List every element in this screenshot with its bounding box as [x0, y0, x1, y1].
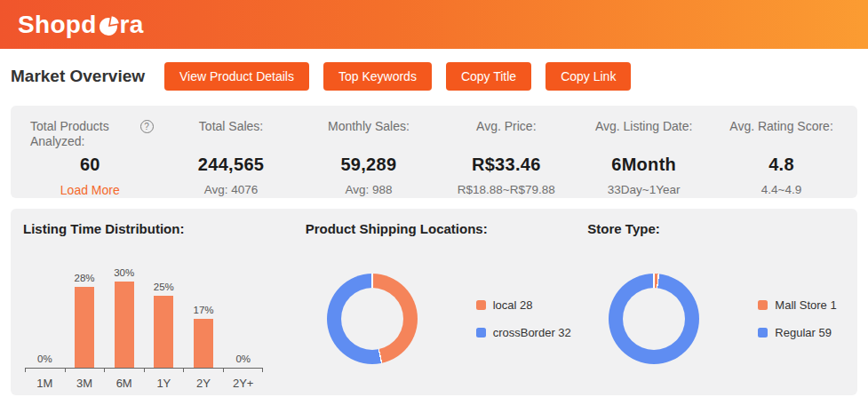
question-mark-icon[interactable]: ? — [140, 120, 154, 133]
listing-time-distribution-chart: Listing Time Distribution: 0%28%30%25%17… — [11, 209, 293, 395]
copy-link-button[interactable]: Copy Link — [545, 62, 631, 91]
bar[interactable] — [154, 296, 173, 368]
stat-monthly-sales: Monthly Sales: 59,289 Avg: 988 — [299, 119, 437, 197]
x-axis-tick-label: 2Y+ — [223, 377, 263, 390]
legend-label: Mall Store 1 — [775, 298, 836, 312]
donut-hole — [341, 288, 403, 350]
stat-value: 4.8 — [768, 151, 794, 178]
page-title: Market Overview — [11, 67, 145, 86]
load-more-link[interactable]: Load More — [18, 183, 163, 197]
legend: local 28crossBorder 32 — [476, 298, 571, 339]
chart-title: Store Type: — [587, 221, 857, 236]
shipping-locations-donut[interactable] — [327, 274, 418, 364]
x-axis-tick-label: 1M — [25, 377, 65, 390]
stat-value: 59,289 — [340, 151, 396, 178]
legend: Mall Store 1Regular 59 — [758, 298, 836, 339]
bar[interactable] — [75, 287, 94, 368]
x-axis-tick-label: 2Y — [184, 377, 224, 390]
bar-value-label: 28% — [74, 273, 94, 283]
bar-column: 28% — [65, 266, 105, 368]
charts-panel: Listing Time Distribution: 0%28%30%25%17… — [11, 209, 857, 395]
stat-total-sales: Total Sales: 244,565 Avg: 4076 — [163, 119, 300, 197]
app-header: Shopd ra — [0, 0, 868, 49]
stats-summary-panel: Total Products Analyzed: ? 60 Load More … — [11, 106, 857, 198]
stat-label: Avg. Price: — [476, 119, 536, 151]
product-shipping-locations-chart: Product Shipping Locations: local 28cros… — [293, 209, 576, 395]
bar-value-label: 25% — [154, 282, 174, 292]
legend-swatch-icon — [476, 328, 486, 338]
logo-text-suffix: ra — [120, 11, 144, 39]
copy-title-button[interactable]: Copy Title — [446, 62, 531, 91]
bar-column: 25% — [144, 266, 184, 368]
x-axis-tick-label: 1Y — [144, 377, 184, 390]
toolbar: Market Overview View Product Details Top… — [11, 61, 857, 91]
x-axis-tick-label: 3M — [65, 377, 105, 390]
bar[interactable] — [115, 282, 134, 368]
chart-title: Listing Time Distribution: — [23, 221, 293, 236]
chart-title: Product Shipping Locations: — [306, 221, 576, 236]
legend-label: local 28 — [493, 298, 533, 312]
bar-value-label: 30% — [114, 267, 134, 278]
bar-column: 0% — [223, 266, 263, 368]
donut-hole — [623, 288, 685, 350]
stat-label: Monthly Sales: — [328, 119, 410, 151]
bar-column: 0% — [25, 266, 65, 368]
stat-avg-rating: Avg. Rating Score: 4.8 4.4~4.9 — [713, 119, 850, 197]
donut-chart-wrap: Mall Store 1Regular 59 — [587, 274, 857, 364]
bar-value-label: 17% — [194, 305, 214, 315]
stat-value: 60 — [18, 151, 163, 178]
stat-label: Total Products Analyzed: — [30, 119, 126, 149]
legend-label: Regular 59 — [775, 326, 832, 339]
bar-column: 30% — [104, 266, 144, 368]
logo-text-prefix: Shopd — [18, 11, 97, 39]
stat-avg-listing-date: Avg. Listing Date: 6Month 33Day~1Year — [575, 119, 713, 197]
stat-sub: 4.4~4.9 — [761, 183, 801, 196]
stat-value: R$33.46 — [472, 151, 541, 178]
x-axis-tick-label: 6M — [104, 377, 144, 390]
legend-swatch-icon — [476, 300, 486, 310]
stat-value: 6Month — [611, 151, 676, 178]
store-type-chart: Store Type: Mall Store 1Regular 59 — [575, 209, 857, 395]
store-type-donut[interactable] — [609, 274, 699, 364]
x-axis-labels: 1M3M6M1Y2Y2Y+ — [25, 377, 263, 390]
pie-chart-icon — [97, 12, 120, 37]
donut-chart-wrap: local 28crossBorder 32 — [306, 274, 576, 364]
stat-label: Avg. Rating Score: — [729, 119, 832, 151]
top-keywords-button[interactable]: Top Keywords — [323, 62, 432, 91]
view-product-details-button[interactable]: View Product Details — [164, 62, 309, 91]
stat-label: Total Sales: — [199, 119, 263, 151]
bar-value-label: 0% — [235, 353, 251, 364]
stat-value: 244,565 — [198, 151, 264, 178]
stat-sub: 33Day~1Year — [608, 183, 681, 196]
legend-item[interactable]: crossBorder 32 — [476, 326, 571, 339]
bar[interactable] — [194, 319, 213, 368]
stat-avg-price: Avg. Price: R$33.46 R$18.88~R$79.88 — [437, 119, 575, 197]
stat-sub: Avg: 4076 — [204, 183, 259, 196]
legend-item[interactable]: Mall Store 1 — [758, 298, 836, 312]
legend-label: crossBorder 32 — [493, 326, 571, 339]
shopdora-logo[interactable]: Shopd ra — [18, 11, 144, 39]
bar-value-label: 0% — [37, 353, 52, 364]
legend-swatch-icon — [758, 300, 768, 310]
x-axis — [25, 368, 263, 372]
stat-total-products: Total Products Analyzed: ? 60 Load More — [18, 119, 163, 197]
bar-chart: 0%28%30%25%17%0% 1M3M6M1Y2Y2Y+ — [25, 266, 263, 390]
stat-sub: R$18.88~R$79.88 — [458, 183, 555, 196]
bar-column: 17% — [184, 266, 224, 368]
legend-item[interactable]: local 28 — [476, 298, 571, 312]
legend-item[interactable]: Regular 59 — [758, 326, 836, 339]
stat-sub: Avg: 988 — [345, 183, 392, 196]
stat-label: Avg. Listing Date: — [595, 119, 692, 151]
legend-swatch-icon — [758, 328, 768, 338]
